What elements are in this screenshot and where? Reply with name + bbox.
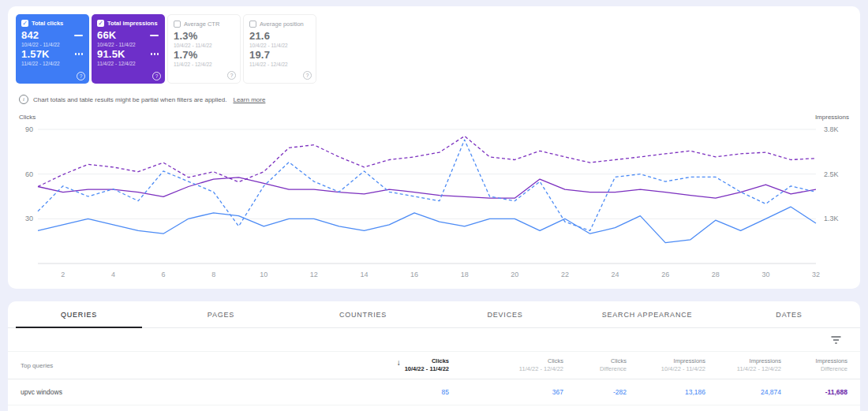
table-header-row: Top queries ↓ Clicks 10/4/22 - 11/4/22 C…	[8, 351, 860, 379]
metric-card-title: Total clicks	[32, 20, 63, 27]
metric-value-period1: 1.3%	[174, 30, 197, 42]
info-icon: i	[19, 95, 28, 104]
info-banner: i Chart totals and table results might b…	[19, 95, 860, 104]
column-range-label: Difference	[788, 365, 847, 373]
column-header-clicks-period1[interactable]: ↓ Clicks 10/4/22 - 11/4/22	[337, 357, 455, 373]
tab-devices[interactable]: DEVICES	[434, 301, 576, 327]
x-axis-tick-label: 28	[712, 271, 720, 278]
impressions-difference-cell: -11,688	[788, 388, 854, 396]
x-axis-tick-label: 22	[561, 271, 569, 278]
column-metric-label: Impressions	[712, 357, 781, 365]
column-header-impressions-difference[interactable]: Impressions Difference	[788, 357, 854, 373]
dotted-line-legend-icon	[75, 53, 83, 54]
chart-line-clicks-period1-solid	[38, 207, 816, 242]
performance-panel: ✓ Total clicks 842 10/4/22 - 11/4/22 1.5…	[8, 6, 860, 289]
metric-card-title: Average position	[260, 21, 304, 28]
clicks-period1-cell: 85	[337, 388, 455, 396]
x-axis-tick-label: 20	[511, 271, 518, 278]
results-table-card: QUERIES PAGES COUNTRIES DEVICES SEARCH A…	[8, 301, 860, 411]
left-axis-tick-label: 60	[25, 170, 33, 178]
column-header-impressions-period2[interactable]: Impressions 11/4/22 - 12/4/22	[712, 357, 788, 373]
metric-value-period1: 66K	[97, 29, 116, 41]
x-axis-tick-label: 26	[661, 271, 669, 278]
column-header-clicks-period2[interactable]: Clicks 11/4/22 - 12/4/22	[455, 357, 570, 373]
table-toolbar	[8, 328, 860, 351]
metric-card-title: Average CTR	[184, 21, 219, 28]
x-axis-tick-label: 6	[162, 271, 166, 278]
clicks-difference-cell: -282	[570, 388, 633, 396]
table-header-top-queries: Top queries	[21, 362, 337, 369]
performance-chart: Clicks Impressions 3060901.3K2.5K3.8K246…	[19, 114, 849, 282]
filter-icon[interactable]	[831, 336, 841, 344]
right-axis-tick-label: 2.5K	[824, 170, 839, 178]
metric-range-period2: 11/4/22 - 12/4/22	[244, 62, 316, 67]
tab-dates[interactable]: DATES	[718, 301, 860, 327]
right-axis-tick-label: 3.8K	[824, 125, 839, 133]
column-metric-label: Clicks	[405, 357, 449, 365]
tab-search-appearance[interactable]: SEARCH APPEARANCE	[576, 301, 718, 327]
metric-range-period2: 11/4/22 - 12/4/22	[92, 61, 165, 66]
dimension-tabs: QUERIES PAGES COUNTRIES DEVICES SEARCH A…	[8, 301, 860, 328]
help-icon[interactable]: ?	[303, 71, 312, 80]
x-axis-tick-label: 12	[310, 271, 318, 278]
left-axis-tick-label: 90	[25, 125, 33, 133]
x-axis-tick-label: 2	[61, 271, 65, 278]
column-range-label: 11/4/22 - 12/4/22	[712, 365, 781, 373]
column-range-label: 10/4/22 - 11/4/22	[405, 365, 449, 373]
metric-value-period2: 91.5K	[97, 48, 125, 60]
metric-value-period1: 842	[21, 29, 39, 41]
clicks-period2-cell: 367	[455, 388, 570, 396]
column-metric-label: Impressions	[633, 357, 705, 365]
checkbox-checked-icon[interactable]: ✓	[21, 20, 28, 27]
metric-range-period2: 11/4/22 - 12/4/22	[16, 61, 89, 66]
metric-range-period1: 10/4/22 - 11/4/22	[168, 43, 240, 48]
checkbox-checked-icon[interactable]: ✓	[97, 20, 104, 27]
tab-pages[interactable]: PAGES	[150, 301, 292, 327]
help-icon[interactable]: ?	[152, 72, 161, 80]
column-metric-label: Clicks	[455, 357, 563, 365]
checkbox-unchecked-icon[interactable]	[174, 21, 181, 28]
column-header-impressions-period1[interactable]: Impressions 10/4/22 - 11/4/22	[633, 357, 712, 373]
column-range-label: 10/4/22 - 11/4/22	[633, 365, 705, 373]
tab-countries[interactable]: COUNTRIES	[292, 301, 434, 327]
column-header-clicks-difference[interactable]: Clicks Difference	[570, 357, 633, 373]
checkbox-unchecked-icon[interactable]	[249, 21, 256, 28]
chart-line-impressions-period1-solid	[38, 177, 816, 198]
performance-chart-svg[interactable]: 3060901.3K2.5K3.8K2468101214161820222426…	[19, 123, 849, 281]
metric-card-average-position[interactable]: Average position 21.6 10/4/22 - 11/4/22 …	[243, 14, 316, 84]
x-axis-tick-label: 30	[761, 271, 769, 278]
x-axis-tick-label: 10	[260, 271, 268, 278]
metric-card-average-ctr[interactable]: Average CTR 1.3% 10/4/22 - 11/4/22 1.7% …	[167, 14, 241, 84]
column-metric-label: Impressions	[788, 357, 847, 365]
solid-line-legend-icon	[74, 35, 83, 36]
metric-range-period2: 11/4/22 - 12/4/22	[168, 62, 240, 67]
chart-line-impressions-period2-dashed	[38, 136, 816, 187]
metric-value-period2: 19.7	[249, 49, 270, 61]
metric-cards: ✓ Total clicks 842 10/4/22 - 11/4/22 1.5…	[8, 14, 860, 84]
right-axis-title: Impressions	[815, 114, 849, 121]
metric-value-period2: 1.7%	[174, 49, 197, 61]
table-row[interactable]: upvc windows 85 367 -282 13,186 24,874 -…	[8, 379, 860, 405]
right-axis-tick-label: 1.3K	[824, 215, 839, 222]
tab-queries[interactable]: QUERIES	[8, 301, 150, 327]
x-axis-tick-label: 14	[360, 271, 368, 278]
impressions-period2-cell: 24,874	[712, 388, 788, 396]
learn-more-link[interactable]: Learn more	[233, 96, 265, 103]
metric-card-total-impressions[interactable]: ✓ Total impressions 66K 10/4/22 - 11/4/2…	[92, 14, 165, 84]
help-icon[interactable]: ?	[77, 72, 85, 80]
metric-range-period1: 10/4/22 - 11/4/22	[92, 42, 165, 47]
impressions-period1-cell: 13,186	[633, 388, 712, 396]
metric-value-period1: 21.6	[249, 30, 270, 42]
metric-card-total-clicks[interactable]: ✓ Total clicks 842 10/4/22 - 11/4/22 1.5…	[16, 14, 89, 84]
metric-card-title: Total impressions	[107, 20, 158, 27]
help-icon[interactable]: ?	[227, 71, 236, 80]
metric-value-period2: 1.57K	[21, 48, 50, 60]
sort-descending-icon: ↓	[397, 358, 401, 367]
dotted-line-legend-icon	[151, 53, 159, 54]
x-axis-tick-label: 16	[410, 271, 418, 278]
column-range-label: Difference	[570, 365, 627, 373]
solid-line-legend-icon	[150, 35, 159, 36]
info-text: Chart totals and table results might be …	[33, 96, 226, 103]
x-axis-tick-label: 24	[612, 271, 619, 278]
x-axis-tick-label: 8	[211, 271, 215, 278]
